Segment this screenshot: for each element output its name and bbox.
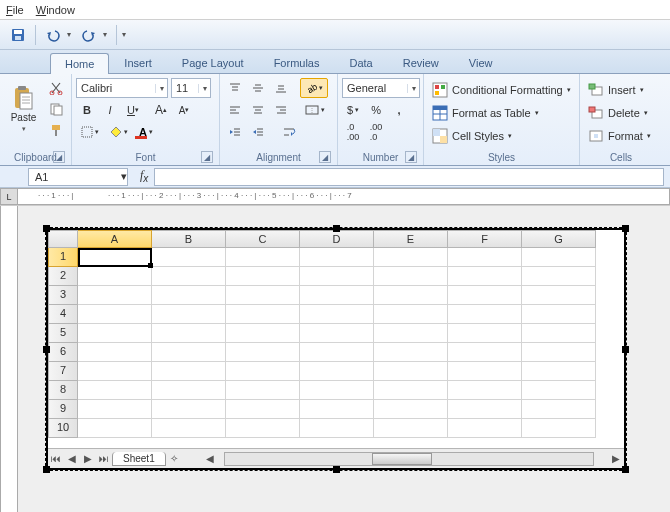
clipboard-launcher[interactable]: ◢ [53,151,65,163]
cell[interactable] [300,400,374,419]
fx-icon[interactable]: fx [140,168,148,184]
italic-button[interactable]: I [99,100,121,120]
align-middle-button[interactable] [247,78,269,98]
cell[interactable] [522,305,596,324]
cell[interactable] [300,305,374,324]
scroll-left-button[interactable]: ◀ [202,453,218,464]
cell[interactable] [448,324,522,343]
cell[interactable] [226,400,300,419]
cell[interactable] [78,343,152,362]
decrease-decimal-button[interactable]: .00.0 [365,122,387,142]
cell[interactable] [374,305,448,324]
align-left-button[interactable] [224,100,246,120]
cell[interactable] [374,324,448,343]
undo-dropdown[interactable]: ▾ [67,30,75,39]
shrink-font-button[interactable]: A▾ [173,100,195,120]
row-header[interactable]: 2 [48,267,78,286]
font-name-combo[interactable]: Calibri▾ [76,78,168,98]
column-header[interactable]: B [152,230,226,248]
resize-handle[interactable] [622,225,629,232]
cell[interactable] [226,305,300,324]
cut-button[interactable] [45,78,67,98]
name-box[interactable]: A1▾ [28,168,128,186]
decrease-indent-button[interactable] [224,122,246,142]
paste-button[interactable]: Paste ▾ [4,76,43,142]
redo-button[interactable] [77,24,101,46]
embedded-spreadsheet-frame[interactable]: A B C D E F G 12345678910 ⏮ ◀ ▶ ⏭ Sheet1… [46,228,626,470]
font-size-combo[interactable]: 11▾ [171,78,211,98]
border-button[interactable]: ▾ [76,122,104,142]
tab-formulas[interactable]: Formulas [259,52,335,73]
cell[interactable] [448,381,522,400]
fill-color-button[interactable]: ▾ [105,122,133,142]
tab-home[interactable]: Home [50,53,109,74]
cell[interactable] [152,419,226,438]
resize-handle[interactable] [43,225,50,232]
cell[interactable] [78,362,152,381]
tab-data[interactable]: Data [334,52,387,73]
cell[interactable] [374,419,448,438]
cell[interactable] [78,324,152,343]
cell[interactable] [226,419,300,438]
resize-handle[interactable] [333,225,340,232]
cell[interactable] [78,248,152,267]
wrap-text-button[interactable] [277,122,301,142]
cell[interactable] [152,400,226,419]
redo-dropdown[interactable]: ▾ [103,30,111,39]
formula-bar[interactable] [154,168,664,186]
underline-button[interactable]: U▾ [122,100,144,120]
next-sheet-button[interactable]: ▶ [80,453,96,464]
orientation-button[interactable]: ab▾ [300,78,328,98]
cell[interactable] [448,400,522,419]
cell[interactable] [448,419,522,438]
cell[interactable] [374,248,448,267]
horizontal-scrollbar[interactable] [224,452,594,466]
resize-handle[interactable] [333,466,340,473]
format-cells-button[interactable]: Format▾ [584,126,658,146]
alignment-launcher[interactable]: ◢ [319,151,331,163]
cell[interactable] [522,362,596,381]
last-sheet-button[interactable]: ⏭ [96,453,112,464]
cell[interactable] [226,362,300,381]
cell[interactable] [226,381,300,400]
cell[interactable] [300,286,374,305]
cell[interactable] [522,286,596,305]
cell[interactable] [300,267,374,286]
sheet-tab[interactable]: Sheet1 [112,452,166,466]
cell[interactable] [152,362,226,381]
cell[interactable] [78,286,152,305]
prev-sheet-button[interactable]: ◀ [64,453,80,464]
align-bottom-button[interactable] [270,78,292,98]
grow-font-button[interactable]: A▴ [150,100,172,120]
first-sheet-button[interactable]: ⏮ [48,453,64,464]
format-as-table-button[interactable]: Format as Table▾ [428,103,575,123]
number-format-combo[interactable]: General▾ [342,78,420,98]
cell[interactable] [226,324,300,343]
cell[interactable] [78,267,152,286]
row-header[interactable]: 4 [48,305,78,324]
merge-button[interactable]: ▾ [300,100,330,120]
resize-handle[interactable] [43,466,50,473]
undo-button[interactable] [41,24,65,46]
column-header[interactable]: E [374,230,448,248]
cell[interactable] [522,419,596,438]
font-launcher[interactable]: ◢ [201,151,213,163]
qat-customize[interactable]: ▾ [122,30,130,39]
delete-cells-button[interactable]: Delete▾ [584,103,658,123]
row-header[interactable]: 7 [48,362,78,381]
row-header[interactable]: 9 [48,400,78,419]
cell[interactable] [448,362,522,381]
cell-styles-button[interactable]: Cell Styles▾ [428,126,575,146]
vertical-ruler[interactable] [0,206,18,512]
resize-handle[interactable] [43,346,50,353]
comma-button[interactable]: , [388,100,410,120]
cell[interactable] [152,267,226,286]
cell[interactable] [448,343,522,362]
insert-cells-button[interactable]: Insert▾ [584,80,658,100]
row-header[interactable]: 5 [48,324,78,343]
new-sheet-button[interactable]: ✧ [166,453,182,464]
cell[interactable] [152,324,226,343]
cell[interactable] [374,362,448,381]
cell[interactable] [374,267,448,286]
cell[interactable] [448,286,522,305]
